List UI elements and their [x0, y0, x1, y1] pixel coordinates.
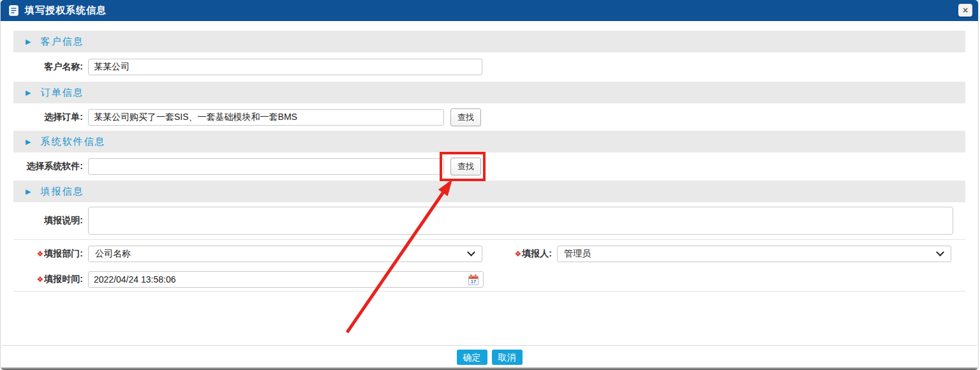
chevron-down-icon — [467, 248, 475, 256]
svg-text:17: 17 — [471, 279, 476, 285]
customer-name-label: 客户名称: — [13, 61, 83, 73]
ok-button[interactable]: 确定 — [457, 350, 487, 365]
section-title: 系统软件信息 — [40, 136, 105, 148]
required-marker-icon: ❖ — [37, 249, 44, 258]
report-selects-row: ❖填报部门: 公司名称 ❖填报人: 管理员 — [13, 240, 965, 267]
document-icon — [9, 5, 19, 16]
report-person-value: 管理员 — [564, 248, 932, 260]
section-header-order: ▶ 订单信息 — [13, 82, 965, 103]
dialog-bottom-edge — [1, 367, 978, 370]
report-person-label: ❖填报人: — [482, 248, 552, 260]
report-person-select[interactable]: 管理员 — [557, 246, 951, 262]
section-title: 订单信息 — [40, 87, 84, 99]
section-title: 客户信息 — [40, 36, 84, 48]
report-time-label: ❖填报时间: — [13, 274, 83, 285]
calendar-icon[interactable]: 17 — [468, 274, 479, 288]
empty-space — [13, 292, 965, 345]
footer-buttons: 确定 取消 — [1, 346, 978, 370]
close-icon: × — [963, 5, 968, 15]
report-description-row: 填报说明: — [13, 202, 965, 239]
triangle-marker-icon: ▶ — [26, 188, 31, 196]
software-select-label: 选择系统软件: — [13, 161, 83, 172]
report-time-row: ❖填报时间: 17 — [13, 267, 965, 291]
software-select-row: 选择系统软件: 查找 — [13, 152, 965, 181]
software-search-button[interactable]: 查找 — [450, 158, 481, 175]
report-time-input[interactable] — [88, 271, 484, 288]
triangle-marker-icon: ▶ — [26, 38, 31, 46]
triangle-marker-icon: ▶ — [26, 138, 31, 146]
chevron-down-icon — [936, 248, 944, 256]
software-input[interactable] — [88, 158, 444, 175]
section-title: 填报信息 — [40, 186, 84, 198]
section-header-report: ▶ 填报信息 — [13, 181, 965, 202]
required-marker-icon: ❖ — [515, 249, 522, 258]
report-description-label: 填报说明: — [13, 215, 83, 226]
dialog-body: ▶ 客户信息 客户名称: ▶ 订单信息 选择订单: 查找 ▶ 系统软件信息 选择… — [1, 21, 978, 345]
order-select-row: 选择订单: 查找 — [13, 103, 965, 131]
report-description-textarea[interactable] — [88, 207, 953, 235]
report-department-value: 公司名称 — [95, 248, 463, 260]
triangle-marker-icon: ▶ — [26, 89, 31, 97]
report-department-label: ❖填报部门: — [13, 248, 83, 260]
section-header-software: ▶ 系统软件信息 — [13, 131, 965, 152]
customer-name-row: 客户名称: — [13, 52, 965, 82]
report-department-select[interactable]: 公司名称 — [88, 246, 482, 262]
dialog-fill-authorization-system-info: 填写授权系统信息 × ▶ 客户信息 客户名称: ▶ 订单信息 选择订单: 查找 … — [0, 0, 979, 370]
customer-name-input[interactable] — [88, 59, 482, 75]
order-select-label: 选择订单: — [13, 112, 83, 123]
required-marker-icon: ❖ — [37, 275, 44, 284]
dialog-titlebar: 填写授权系统信息 × — [1, 0, 978, 21]
order-input[interactable] — [88, 109, 444, 126]
section-header-customer: ▶ 客户信息 — [13, 31, 965, 52]
order-search-button[interactable]: 查找 — [450, 108, 481, 126]
cancel-button[interactable]: 取消 — [492, 350, 523, 365]
dialog-title: 填写授权系统信息 — [25, 4, 107, 17]
close-button[interactable]: × — [958, 4, 972, 17]
